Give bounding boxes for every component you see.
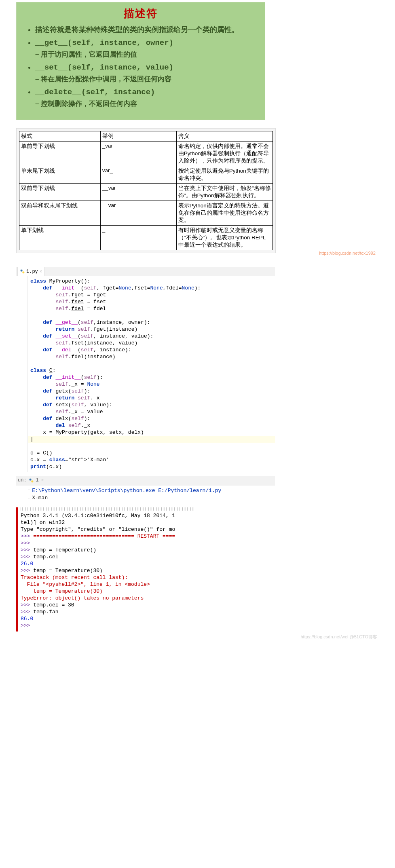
table-cell: 按约定使用以避免与Python关键字的命名冲突。: [176, 166, 272, 184]
table-cell: 单末尾下划线: [19, 166, 101, 184]
run-header: un: 1 ×: [16, 476, 275, 485]
idle-shell: Python 3.4.1 (v3.4.1:c0e311e010fc, May 1…: [16, 507, 194, 631]
table-cell: 有时用作临时或无意义变量的名称（"不关心"）。也表示Python REPL中最近…: [176, 226, 272, 250]
editor-gutter: [16, 276, 28, 472]
th-meaning: 含义: [176, 131, 272, 141]
editor-body[interactable]: class MyProperty(): def __init__(self, f…: [16, 276, 275, 472]
editor-tab-label: 1.py: [26, 269, 38, 275]
th-mode: 模式: [19, 131, 101, 141]
run-stdout: X-man: [32, 495, 48, 501]
sig-set: __set__(self, instance, value): [35, 63, 173, 72]
table-cell: 表示Python语言定义的特殊方法。避免在你自己的属性中使用这种命名方案。: [176, 201, 272, 226]
slide-intro: 描述符就是将某种特殊类型的类的实例指派给另一个类的属性。: [35, 25, 258, 34]
table-cell: __var__: [100, 201, 176, 226]
table-cell: var_: [100, 166, 176, 184]
arrow-down-icon: ↓: [27, 495, 30, 501]
table-cell: __var: [100, 184, 176, 201]
editor-tabbar: 1.py ×: [16, 267, 275, 276]
table-row: 双前导和双末尾下划线__var__表示Python语言定义的特殊方法。避免在你自…: [19, 201, 273, 226]
table-row: 双前导下划线__var当在类上下文中使用时，触发"名称修饰"。由Python解释…: [19, 184, 273, 201]
sig-delete: __delete__(self, instance): [35, 88, 155, 97]
table-cell: 当在类上下文中使用时，触发"名称修饰"。由Python解释器强制执行。: [176, 184, 272, 201]
ide-editor: 1.py × class MyProperty(): def __init__(…: [16, 267, 275, 472]
sub-delete: 控制删除操作，不返回任何内容: [35, 99, 258, 108]
editor-tab[interactable]: 1.py ×: [17, 267, 45, 276]
sub-set: 将在属性分配操作中调用，不返回任何内容: [35, 74, 258, 84]
arrow-up-icon: ↑: [27, 488, 30, 494]
slide-list: 描述符就是将某种特殊类型的类的实例指派给另一个类的属性。 __get__(sel…: [24, 25, 258, 108]
table-cell: 单前导下划线: [19, 141, 101, 166]
underscore-table: 模式 举例 含义 单前导下划线_var命名约定，仅供内部使用。通常不会由Pyth…: [19, 131, 273, 250]
python-file-icon: [20, 269, 25, 274]
th-example: 举例: [100, 131, 176, 141]
slide-item-delete: __delete__(self, instance) 控制删除操作，不返回任何内…: [35, 88, 258, 108]
repl-divider: [21, 507, 194, 511]
table-header-row: 模式 举例 含义: [19, 131, 273, 141]
table-cell: 双前导下划线: [19, 184, 101, 201]
run-panel: un: 1 × ↑E:\Python\learn\venv\Scripts\py…: [16, 476, 275, 503]
table-cell: 双前导和双末尾下划线: [19, 201, 101, 226]
watermark-51cto: https://blog.csdn.net/wei @51CTO博客: [0, 634, 377, 640]
table-cell: _: [100, 226, 176, 250]
table-row: 单下划线_有时用作临时或无意义变量的名称（"不关心"）。也表示Python RE…: [19, 226, 273, 250]
svg-rect-2: [29, 478, 31, 480]
svg-rect-1: [23, 272, 25, 274]
table-cell: _var: [100, 141, 176, 166]
close-icon[interactable]: ×: [40, 269, 42, 274]
code-area[interactable]: class MyProperty(): def __init__(self, f…: [28, 276, 275, 472]
svg-rect-0: [21, 270, 23, 272]
repl-body[interactable]: Python 3.4.1 (v3.4.1:c0e311e010fc, May 1…: [18, 511, 194, 631]
underscore-table-wrap: 模式 举例 含义 单前导下划线_var命名约定，仅供内部使用。通常不会由Pyth…: [16, 128, 276, 253]
run-tab-name: 1: [36, 477, 39, 483]
slide-item-set: __set__(self, instance, value) 将在属性分配操作中…: [35, 63, 258, 84]
descriptor-slide: 描述符 描述符就是将某种特殊类型的类的实例指派给另一个类的属性。 __get__…: [16, 2, 265, 120]
table-cell: 命名约定，仅供内部使用。通常不会由Python解释器强制执行（通配符导入除外），…: [176, 141, 272, 166]
table-cell: 单下划线: [19, 226, 101, 250]
svg-rect-3: [31, 480, 33, 482]
table-row: 单前导下划线_var命名约定，仅供内部使用。通常不会由Python解释器强制执行…: [19, 141, 273, 166]
python-run-icon: [29, 478, 34, 483]
sub-get: 用于访问属性，它返回属性的值: [35, 50, 258, 59]
run-output: ↑E:\Python\learn\venv\Scripts\python.exe…: [16, 485, 275, 503]
watermark-csdn: https://blog.csdn.net/tcx1992: [0, 251, 376, 256]
sig-get: __get__(self, instance, owner): [35, 38, 173, 47]
close-icon[interactable]: ×: [41, 478, 44, 483]
table-row: 单末尾下划线var_按约定使用以避免与Python关键字的命名冲突。: [19, 166, 273, 184]
slide-item-get: __get__(self, instance, owner) 用于访问属性，它返…: [35, 38, 258, 59]
slide-title: 描述符: [24, 6, 258, 21]
run-label: un:: [18, 477, 27, 483]
run-command: E:\Python\learn\venv\Scripts\python.exe …: [32, 488, 221, 494]
